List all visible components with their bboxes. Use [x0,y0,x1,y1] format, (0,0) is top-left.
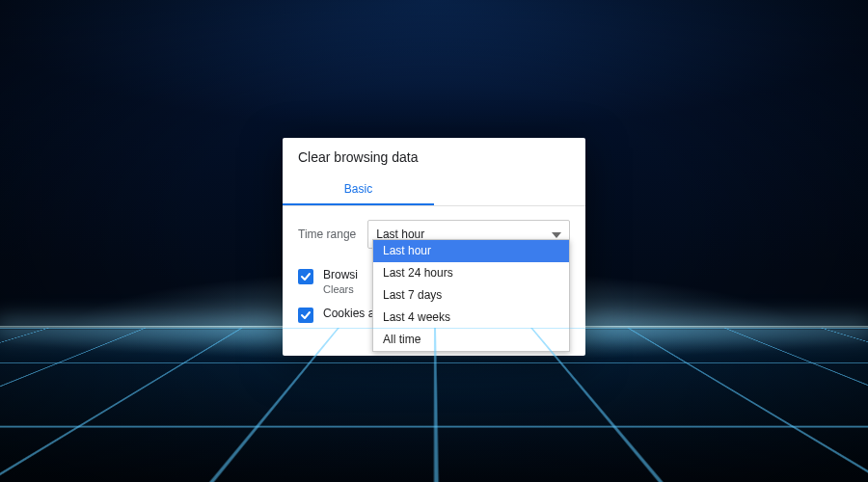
tab-basic[interactable]: Basic [283,174,434,205]
option-last-7-days[interactable]: Last 7 days [373,284,569,307]
option-last-4-weeks[interactable]: Last 4 weeks [373,307,569,329]
tab-advanced[interactable] [434,174,585,205]
item-subtitle-left: Clears [323,283,354,295]
option-all-time[interactable]: All time [373,329,569,351]
checkbox-checked-icon[interactable] [298,308,313,323]
tabs: Basic [283,174,585,206]
option-last-24-hours[interactable]: Last 24 hours [373,262,569,284]
checkbox-checked-icon[interactable] [298,269,313,284]
option-last-hour[interactable]: Last hour [373,240,569,262]
time-range-dropdown: Last hour Last 24 hours Last 7 days Last… [372,239,570,352]
clear-browsing-data-dialog: Clear browsing data Basic Time range Las… [283,138,585,356]
time-range-label: Time range [298,228,356,241]
dialog-title: Clear browsing data [283,138,585,171]
chevron-down-icon [552,232,561,238]
